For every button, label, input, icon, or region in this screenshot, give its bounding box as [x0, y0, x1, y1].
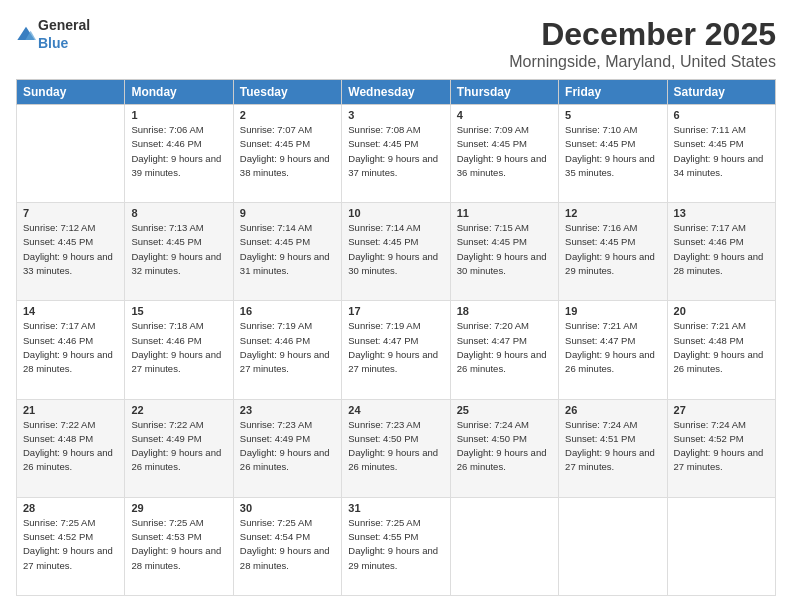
day-info: Sunrise: 7:09 AMSunset: 4:45 PMDaylight:…	[457, 123, 552, 180]
logo: General Blue	[16, 16, 90, 52]
day-cell: 12 Sunrise: 7:16 AMSunset: 4:45 PMDaylig…	[559, 203, 667, 301]
day-info: Sunrise: 7:23 AMSunset: 4:49 PMDaylight:…	[240, 418, 335, 475]
day-info: Sunrise: 7:10 AMSunset: 4:45 PMDaylight:…	[565, 123, 660, 180]
day-number: 20	[674, 305, 769, 317]
day-info: Sunrise: 7:24 AMSunset: 4:52 PMDaylight:…	[674, 418, 769, 475]
day-info: Sunrise: 7:15 AMSunset: 4:45 PMDaylight:…	[457, 221, 552, 278]
day-number: 2	[240, 109, 335, 121]
day-cell: 21 Sunrise: 7:22 AMSunset: 4:48 PMDaylig…	[17, 399, 125, 497]
day-number: 7	[23, 207, 118, 219]
day-info: Sunrise: 7:14 AMSunset: 4:45 PMDaylight:…	[240, 221, 335, 278]
day-cell: 20 Sunrise: 7:21 AMSunset: 4:48 PMDaylig…	[667, 301, 775, 399]
day-cell: 19 Sunrise: 7:21 AMSunset: 4:47 PMDaylig…	[559, 301, 667, 399]
day-number: 26	[565, 404, 660, 416]
day-number: 13	[674, 207, 769, 219]
week-row-1: 7 Sunrise: 7:12 AMSunset: 4:45 PMDayligh…	[17, 203, 776, 301]
logo-blue: Blue	[38, 35, 68, 51]
day-info: Sunrise: 7:17 AMSunset: 4:46 PMDaylight:…	[23, 319, 118, 376]
weekday-header-sunday: Sunday	[17, 80, 125, 105]
day-cell: 15 Sunrise: 7:18 AMSunset: 4:46 PMDaylig…	[125, 301, 233, 399]
day-cell: 13 Sunrise: 7:17 AMSunset: 4:46 PMDaylig…	[667, 203, 775, 301]
day-info: Sunrise: 7:18 AMSunset: 4:46 PMDaylight:…	[131, 319, 226, 376]
day-cell: 2 Sunrise: 7:07 AMSunset: 4:45 PMDayligh…	[233, 105, 341, 203]
day-info: Sunrise: 7:21 AMSunset: 4:47 PMDaylight:…	[565, 319, 660, 376]
day-number: 22	[131, 404, 226, 416]
day-cell: 28 Sunrise: 7:25 AMSunset: 4:52 PMDaylig…	[17, 497, 125, 595]
month-title: December 2025	[509, 16, 776, 53]
day-number: 19	[565, 305, 660, 317]
day-info: Sunrise: 7:25 AMSunset: 4:53 PMDaylight:…	[131, 516, 226, 573]
day-number: 24	[348, 404, 443, 416]
day-cell: 27 Sunrise: 7:24 AMSunset: 4:52 PMDaylig…	[667, 399, 775, 497]
day-number: 9	[240, 207, 335, 219]
week-row-2: 14 Sunrise: 7:17 AMSunset: 4:46 PMDaylig…	[17, 301, 776, 399]
day-number: 30	[240, 502, 335, 514]
day-cell: 22 Sunrise: 7:22 AMSunset: 4:49 PMDaylig…	[125, 399, 233, 497]
day-cell: 8 Sunrise: 7:13 AMSunset: 4:45 PMDayligh…	[125, 203, 233, 301]
day-cell: 11 Sunrise: 7:15 AMSunset: 4:45 PMDaylig…	[450, 203, 558, 301]
day-cell: 9 Sunrise: 7:14 AMSunset: 4:45 PMDayligh…	[233, 203, 341, 301]
day-cell: 5 Sunrise: 7:10 AMSunset: 4:45 PMDayligh…	[559, 105, 667, 203]
day-cell: 6 Sunrise: 7:11 AMSunset: 4:45 PMDayligh…	[667, 105, 775, 203]
day-info: Sunrise: 7:16 AMSunset: 4:45 PMDaylight:…	[565, 221, 660, 278]
day-cell: 26 Sunrise: 7:24 AMSunset: 4:51 PMDaylig…	[559, 399, 667, 497]
day-cell	[450, 497, 558, 595]
location-title: Morningside, Maryland, United States	[509, 53, 776, 71]
weekday-header-monday: Monday	[125, 80, 233, 105]
day-cell: 30 Sunrise: 7:25 AMSunset: 4:54 PMDaylig…	[233, 497, 341, 595]
title-block: December 2025 Morningside, Maryland, Uni…	[509, 16, 776, 71]
day-number: 11	[457, 207, 552, 219]
day-number: 21	[23, 404, 118, 416]
day-number: 12	[565, 207, 660, 219]
logo-text: General Blue	[38, 16, 90, 52]
logo-general: General	[38, 17, 90, 33]
day-number: 31	[348, 502, 443, 514]
day-cell	[667, 497, 775, 595]
day-info: Sunrise: 7:08 AMSunset: 4:45 PMDaylight:…	[348, 123, 443, 180]
day-cell: 17 Sunrise: 7:19 AMSunset: 4:47 PMDaylig…	[342, 301, 450, 399]
day-cell	[17, 105, 125, 203]
day-cell: 4 Sunrise: 7:09 AMSunset: 4:45 PMDayligh…	[450, 105, 558, 203]
day-cell: 1 Sunrise: 7:06 AMSunset: 4:46 PMDayligh…	[125, 105, 233, 203]
day-number: 25	[457, 404, 552, 416]
day-number: 3	[348, 109, 443, 121]
day-info: Sunrise: 7:19 AMSunset: 4:47 PMDaylight:…	[348, 319, 443, 376]
day-cell: 14 Sunrise: 7:17 AMSunset: 4:46 PMDaylig…	[17, 301, 125, 399]
day-number: 4	[457, 109, 552, 121]
day-cell	[559, 497, 667, 595]
day-info: Sunrise: 7:13 AMSunset: 4:45 PMDaylight:…	[131, 221, 226, 278]
day-info: Sunrise: 7:19 AMSunset: 4:46 PMDaylight:…	[240, 319, 335, 376]
weekday-header-tuesday: Tuesday	[233, 80, 341, 105]
weekday-header-wednesday: Wednesday	[342, 80, 450, 105]
logo-icon	[16, 25, 36, 43]
day-info: Sunrise: 7:21 AMSunset: 4:48 PMDaylight:…	[674, 319, 769, 376]
week-row-3: 21 Sunrise: 7:22 AMSunset: 4:48 PMDaylig…	[17, 399, 776, 497]
weekday-header-saturday: Saturday	[667, 80, 775, 105]
day-number: 8	[131, 207, 226, 219]
day-cell: 7 Sunrise: 7:12 AMSunset: 4:45 PMDayligh…	[17, 203, 125, 301]
day-number: 10	[348, 207, 443, 219]
day-info: Sunrise: 7:24 AMSunset: 4:51 PMDaylight:…	[565, 418, 660, 475]
day-cell: 25 Sunrise: 7:24 AMSunset: 4:50 PMDaylig…	[450, 399, 558, 497]
header: General Blue December 2025 Morningside, …	[16, 16, 776, 71]
day-number: 14	[23, 305, 118, 317]
day-number: 23	[240, 404, 335, 416]
day-number: 28	[23, 502, 118, 514]
day-number: 17	[348, 305, 443, 317]
day-number: 1	[131, 109, 226, 121]
day-info: Sunrise: 7:12 AMSunset: 4:45 PMDaylight:…	[23, 221, 118, 278]
day-cell: 29 Sunrise: 7:25 AMSunset: 4:53 PMDaylig…	[125, 497, 233, 595]
day-info: Sunrise: 7:25 AMSunset: 4:54 PMDaylight:…	[240, 516, 335, 573]
day-cell: 10 Sunrise: 7:14 AMSunset: 4:45 PMDaylig…	[342, 203, 450, 301]
day-cell: 31 Sunrise: 7:25 AMSunset: 4:55 PMDaylig…	[342, 497, 450, 595]
day-cell: 3 Sunrise: 7:08 AMSunset: 4:45 PMDayligh…	[342, 105, 450, 203]
weekday-header-thursday: Thursday	[450, 80, 558, 105]
day-number: 16	[240, 305, 335, 317]
day-info: Sunrise: 7:24 AMSunset: 4:50 PMDaylight:…	[457, 418, 552, 475]
day-info: Sunrise: 7:22 AMSunset: 4:49 PMDaylight:…	[131, 418, 226, 475]
day-info: Sunrise: 7:17 AMSunset: 4:46 PMDaylight:…	[674, 221, 769, 278]
day-cell: 18 Sunrise: 7:20 AMSunset: 4:47 PMDaylig…	[450, 301, 558, 399]
weekday-header-friday: Friday	[559, 80, 667, 105]
day-number: 5	[565, 109, 660, 121]
day-number: 15	[131, 305, 226, 317]
